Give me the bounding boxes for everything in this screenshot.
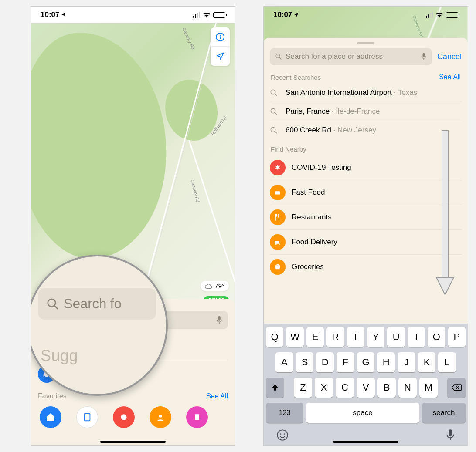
key-v[interactable]: V <box>357 378 375 398</box>
see-all-link[interactable]: See All <box>206 392 228 400</box>
key-t[interactable]: T <box>347 327 364 347</box>
mic-icon[interactable] <box>421 53 427 61</box>
svg-point-11 <box>159 415 162 418</box>
space-key[interactable]: space <box>306 403 419 423</box>
cancel-button[interactable]: Cancel <box>437 52 462 61</box>
search-input[interactable] <box>286 52 417 61</box>
key-s[interactable]: S <box>296 352 314 372</box>
cellular-signal-icon <box>426 12 433 18</box>
numeric-key[interactable]: 123 <box>266 403 303 423</box>
recent-main: Paris, France <box>286 107 330 115</box>
nearby-label: Food Delivery <box>292 238 337 246</box>
key-u[interactable]: U <box>387 327 405 347</box>
key-y[interactable]: Y <box>367 327 384 347</box>
key-w[interactable]: W <box>286 327 303 347</box>
key-o[interactable]: O <box>428 327 445 347</box>
key-l[interactable]: L <box>438 352 456 372</box>
svg-point-27 <box>275 243 277 245</box>
svg-point-1 <box>220 34 221 35</box>
home-indicator[interactable] <box>100 441 166 443</box>
location-services-icon <box>294 12 299 17</box>
key-c[interactable]: C <box>336 378 354 398</box>
key-x[interactable]: X <box>315 378 333 398</box>
recent-searches-label: Recent Searches <box>271 74 321 81</box>
key-m[interactable]: M <box>419 378 438 398</box>
favorite-icon[interactable] <box>186 406 208 428</box>
key-n[interactable]: N <box>398 378 417 398</box>
recent-sub: Île-de-France <box>336 107 380 115</box>
search-icon <box>270 89 279 97</box>
svg-point-7 <box>44 376 45 377</box>
recent-search-item[interactable]: Paris, France · Île-de-France <box>270 102 462 121</box>
status-time: 10:07 <box>41 10 59 19</box>
scroll-down-arrow-annotation <box>435 130 455 296</box>
svg-rect-5 <box>218 316 220 321</box>
search-icon <box>275 53 282 60</box>
map-controls <box>211 27 230 66</box>
key-k[interactable]: K <box>418 352 436 372</box>
home-indicator[interactable] <box>333 441 398 443</box>
map-info-button[interactable] <box>211 27 230 47</box>
key-i[interactable]: I <box>408 327 425 347</box>
svg-point-31 <box>280 433 282 435</box>
key-b[interactable]: B <box>377 378 396 398</box>
key-r[interactable]: R <box>326 327 344 347</box>
mic-icon[interactable] <box>216 316 223 324</box>
svg-line-22 <box>275 112 277 115</box>
favorites-label: Favorites <box>38 392 67 400</box>
svg-rect-9 <box>85 414 90 421</box>
nearby-item-restaurants[interactable]: Restaurants <box>270 205 462 229</box>
wifi-icon <box>203 12 211 18</box>
key-z[interactable]: Z <box>294 378 312 398</box>
delivery-icon <box>270 234 286 250</box>
svg-rect-29 <box>442 130 448 278</box>
status-bar: 10:07 <box>264 7 468 23</box>
favorite-icon[interactable] <box>150 406 171 428</box>
key-h[interactable]: H <box>377 352 395 372</box>
svg-line-16 <box>279 57 281 59</box>
wifi-icon <box>435 12 443 18</box>
emoji-key[interactable] <box>276 429 289 441</box>
search-field[interactable] <box>270 48 432 65</box>
nearby-item-delivery[interactable]: Food Delivery <box>270 229 462 254</box>
key-g[interactable]: G <box>357 352 375 372</box>
groceries-icon <box>270 259 286 275</box>
key-e[interactable]: E <box>306 327 324 347</box>
find-nearby-label: Find Nearby <box>271 145 306 153</box>
key-d[interactable]: D <box>316 352 334 372</box>
locate-me-button[interactable] <box>211 47 230 66</box>
key-p[interactable]: P <box>448 327 466 347</box>
key-q[interactable]: Q <box>266 327 283 347</box>
search-icon <box>46 297 59 310</box>
see-all-link[interactable]: See All <box>439 73 461 81</box>
sheet-grabber[interactable] <box>357 42 374 44</box>
recent-sub: New Jersey <box>337 126 376 134</box>
nearby-item-groceries[interactable]: Groceries <box>270 254 462 276</box>
nearby-label: Restaurants <box>292 213 332 222</box>
favorite-home-icon[interactable] <box>40 406 61 428</box>
key-f[interactable]: F <box>337 352 354 372</box>
recent-search-item[interactable]: 600 Creek Rd · New Jersey <box>270 121 462 139</box>
search-key[interactable]: search <box>422 403 466 423</box>
favorites-row <box>38 406 228 428</box>
weather-badge[interactable]: 79° <box>201 281 229 291</box>
nearby-item-covid[interactable]: COVID-19 Testing <box>270 155 462 180</box>
favorite-icon[interactable] <box>113 406 135 428</box>
svg-line-20 <box>275 94 277 96</box>
backspace-key[interactable] <box>447 378 466 398</box>
key-a[interactable]: A <box>275 352 293 372</box>
keyboard: QWERTYUIOP ASDFGHJKL ZXCVBNM 123 space s… <box>264 324 468 445</box>
shift-key[interactable] <box>266 378 284 398</box>
recent-search-item[interactable]: San Antonio International Airport · Texa… <box>270 84 462 102</box>
cloud-icon <box>205 283 213 289</box>
svg-rect-33 <box>449 429 452 436</box>
favorite-icon[interactable] <box>76 406 98 428</box>
dictation-key[interactable] <box>445 429 455 441</box>
nearby-item-fastfood[interactable]: Fast Food <box>270 180 462 205</box>
battery-icon <box>213 12 225 18</box>
key-j[interactable]: J <box>398 352 415 372</box>
magnified-placeholder: Search fo <box>64 296 122 312</box>
cellular-signal-icon <box>193 12 201 18</box>
svg-line-14 <box>54 306 58 309</box>
svg-point-10 <box>121 414 126 420</box>
